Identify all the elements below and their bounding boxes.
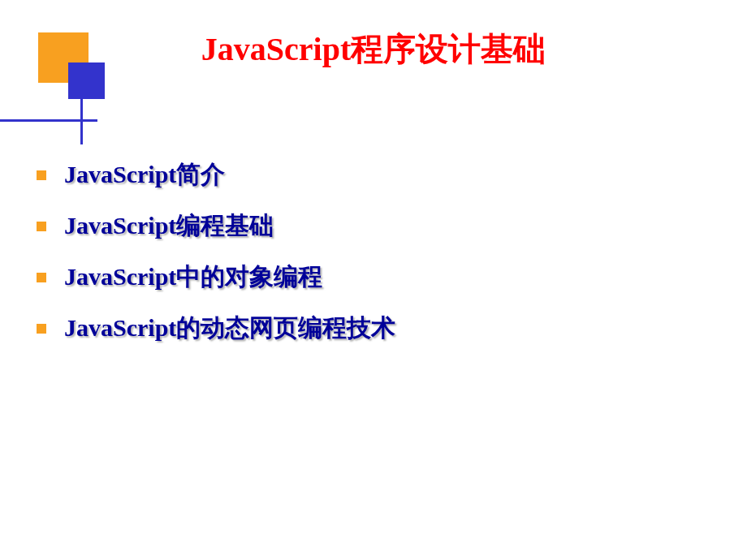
list-item: JavaScript的动态网页编程技术 bbox=[37, 312, 395, 345]
list-item: JavaScript简介 bbox=[37, 158, 395, 192]
slide: JavaScript程序设计基础 JavaScript简介 JavaScript… bbox=[0, 0, 747, 560]
list-item-text: JavaScript中的对象编程 bbox=[64, 261, 322, 294]
list-item-text: JavaScript简介 bbox=[64, 158, 225, 192]
bullet-icon bbox=[37, 324, 46, 334]
list-item: JavaScript编程基础 bbox=[37, 209, 395, 243]
horizontal-line-shape bbox=[0, 119, 97, 122]
bullet-icon bbox=[37, 170, 46, 180]
content-list: JavaScript简介 JavaScript编程基础 JavaScript中的… bbox=[37, 158, 395, 363]
vertical-line-shape bbox=[80, 99, 83, 144]
slide-title: JavaScript程序设计基础 bbox=[0, 27, 747, 71]
bullet-icon bbox=[37, 222, 46, 231]
bullet-icon bbox=[37, 273, 46, 282]
list-item: JavaScript中的对象编程 bbox=[37, 261, 395, 294]
list-item-text: JavaScript的动态网页编程技术 bbox=[64, 312, 395, 345]
list-item-text: JavaScript编程基础 bbox=[64, 209, 274, 243]
decoration-corner bbox=[0, 0, 97, 154]
